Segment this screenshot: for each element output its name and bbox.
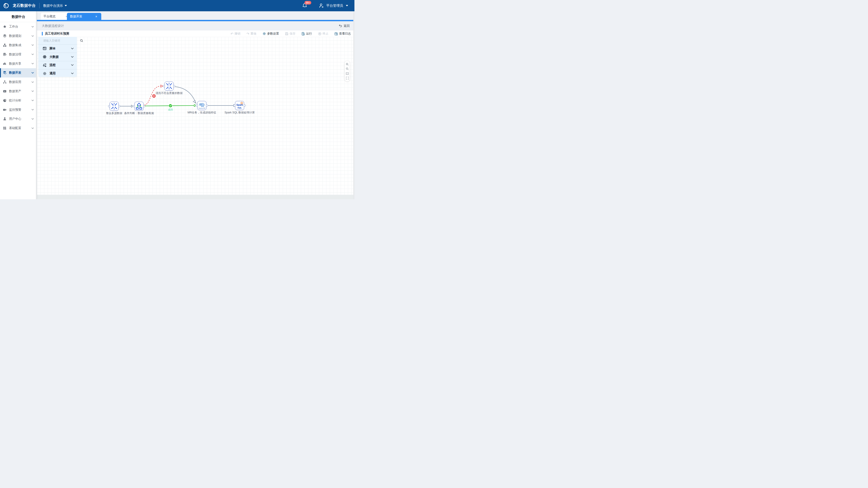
output-port[interactable]: [118, 105, 120, 107]
close-icon[interactable]: ×: [94, 15, 98, 18]
zoom-out-icon[interactable]: [346, 67, 349, 70]
back-arrow-icon: [339, 24, 342, 28]
chevron-down-icon: [31, 72, 34, 74]
stop-button: 终止: [318, 32, 329, 36]
sidebar-item-label: 基础配置: [9, 126, 21, 130]
user-icon: [3, 117, 6, 121]
input-port[interactable]: [108, 105, 110, 107]
sidebar-item-label: 数据规划: [9, 34, 21, 38]
gear-icon: [262, 32, 266, 35]
sidebar-item-data-planning[interactable]: 数据规划: [0, 31, 37, 41]
back-button[interactable]: 返回: [339, 24, 350, 28]
palette-search: [38, 37, 77, 44]
chevron-down-icon: [31, 35, 34, 37]
log-calendar-icon: [335, 32, 338, 35]
sidebar-item-label: 数据共享: [9, 62, 21, 66]
actual-size-icon[interactable]: 1:1: [346, 72, 349, 75]
tab-platform-overview[interactable]: 平台概览 ×: [41, 13, 71, 20]
chevron-down-icon: [65, 5, 67, 6]
sidebar-item-workbench[interactable]: 工作台: [0, 22, 37, 31]
chevron-down-icon: [31, 100, 34, 101]
sidebar-item-monitoring[interactable]: 监控预警: [0, 105, 37, 114]
content-area: 平台概览 × 数据开发 × 大数据流程设计 返回 员工培训时长预测 ↶ 撤销 ↷…: [37, 11, 354, 199]
parameter-settings-button[interactable]: 参数设置: [262, 32, 279, 36]
search-icon[interactable]: [80, 39, 83, 42]
output-port[interactable]: [206, 105, 208, 107]
sidebar-item-data-integration[interactable]: 数据集成: [0, 41, 37, 50]
chevron-down-icon: [71, 48, 74, 50]
chevron-down-icon: [31, 44, 34, 46]
chevron-down-icon: [31, 109, 34, 110]
sidebar-item-data-application[interactable]: 数据应用: [0, 77, 37, 87]
node-hadoop-mr-task[interactable]: Hadoop MR: [197, 101, 206, 110]
brand-title: 龙石数据中台: [13, 3, 36, 8]
zoom-in-icon[interactable]: [346, 63, 349, 66]
user-name: 平台管理员: [326, 4, 343, 8]
input-port[interactable]: [163, 85, 165, 87]
sidebar-scrollbar[interactable]: [36, 11, 37, 199]
palette-category-flow[interactable]: 流程: [38, 61, 77, 69]
output-port[interactable]: [244, 105, 246, 107]
node-condition-quality-check[interactable]: [134, 102, 144, 111]
workspace-switcher[interactable]: 数据中台演示: [43, 4, 67, 8]
sidebar: 数据中台 工作台 数据规划 数据集成 数据治理 数据共享 数据开发 数据应用 ¥…: [0, 11, 37, 199]
save-icon: [285, 32, 288, 35]
converge-arrows-icon: [165, 83, 173, 90]
database-pen-icon: [3, 53, 6, 56]
output-port[interactable]: [143, 105, 145, 107]
flow-canvas[interactable]: 脚本 大数据 流程 通用: [37, 37, 354, 195]
page-header: 大数据流程设计 返回: [37, 21, 354, 31]
user-avatar-icon: [319, 3, 324, 8]
sidebar-item-data-governance[interactable]: 数据治理: [0, 50, 37, 59]
sidebar-item-user-center[interactable]: 用户中心: [0, 114, 37, 124]
palette-category-general[interactable]: 通用: [38, 69, 77, 77]
chevron-down-icon: [31, 26, 34, 28]
node-clean-bad-data[interactable]: [164, 82, 174, 91]
node-label: Spark SQL 数据处理计算: [215, 111, 265, 115]
sidebar-item-label: 数据治理: [9, 53, 21, 57]
hadoop-elephant-icon: [198, 102, 205, 107]
node-merge-sources[interactable]: [110, 102, 119, 111]
node-spark-sql[interactable]: Spark SQL: [235, 101, 244, 110]
flow-toolbar: 员工培训时长预测 ↶ 撤销 ↷ 重做 参数设置 保存: [37, 31, 354, 37]
decision-icon: [135, 103, 143, 110]
input-port[interactable]: [133, 105, 135, 107]
palette-category-label: 脚本: [50, 46, 56, 51]
sidebar-title: 数据中台: [0, 11, 37, 22]
canvas-zoom-controls: 1:1: [345, 61, 350, 81]
tab-data-development[interactable]: 数据开发 ×: [67, 13, 101, 20]
palette-category-bigdata[interactable]: 大数据: [38, 53, 77, 61]
app-window: { "colors":{"navbar":"#0d5296","accent":…: [0, 0, 354, 199]
run-button[interactable]: 运行: [302, 32, 312, 36]
input-port[interactable]: [234, 105, 236, 107]
undo-button: ↶ 撤销: [230, 32, 241, 36]
flow-edges: 成功: [37, 37, 354, 195]
chevron-down-icon: [71, 72, 74, 74]
pie-chart-icon: [3, 99, 6, 102]
window-scrollbar[interactable]: [353, 11, 354, 199]
output-port[interactable]: [173, 85, 175, 87]
input-port[interactable]: [196, 105, 198, 107]
sidebar-item-data-development[interactable]: 数据开发: [0, 68, 37, 77]
monitor-camera-icon: [3, 108, 6, 111]
sidebar-item-label: 统计分析: [9, 98, 21, 103]
flow-name: 员工培训时长预测: [42, 32, 69, 36]
top-navbar: 龙石数据中台 数据中台演示 99+ 平台管理员: [0, 0, 354, 11]
user-menu[interactable]: 平台管理员: [319, 3, 348, 8]
view-logs-button[interactable]: 查看日志: [335, 32, 351, 36]
palette-category-label: 通用: [50, 71, 56, 75]
converge-arrows-icon: [111, 103, 118, 110]
redo-button: ↷ 重做: [246, 32, 256, 36]
edge-success-label: 成功: [168, 108, 173, 111]
grid-blocks-icon: [3, 126, 6, 130]
sidebar-item-data-sharing[interactable]: 数据共享: [0, 59, 37, 68]
fit-view-icon[interactable]: [346, 76, 349, 79]
notification-bell[interactable]: 99+: [302, 3, 307, 8]
palette-category-script[interactable]: 脚本: [38, 44, 77, 53]
sidebar-item-basic-config[interactable]: 基础配置: [0, 124, 37, 133]
chevron-down-icon: [31, 118, 34, 120]
search-input[interactable]: [43, 39, 80, 42]
sidebar-item-statistics[interactable]: 统计分析: [0, 96, 37, 105]
sidebar-item-data-assets[interactable]: ¥ 数据资产: [0, 87, 37, 96]
chevron-down-icon: [31, 63, 34, 64]
